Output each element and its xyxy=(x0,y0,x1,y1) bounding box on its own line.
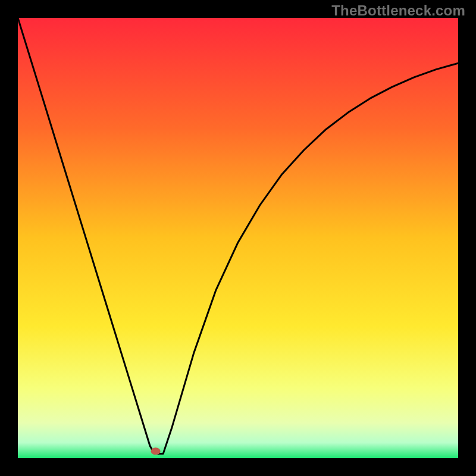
plot-area xyxy=(18,18,458,458)
optimal-point-icon xyxy=(151,447,161,455)
chart-frame: TheBottleneck.com xyxy=(0,0,476,476)
bottleneck-chart xyxy=(18,18,458,458)
gradient-background xyxy=(18,18,458,458)
watermark-label: TheBottleneck.com xyxy=(331,2,465,19)
